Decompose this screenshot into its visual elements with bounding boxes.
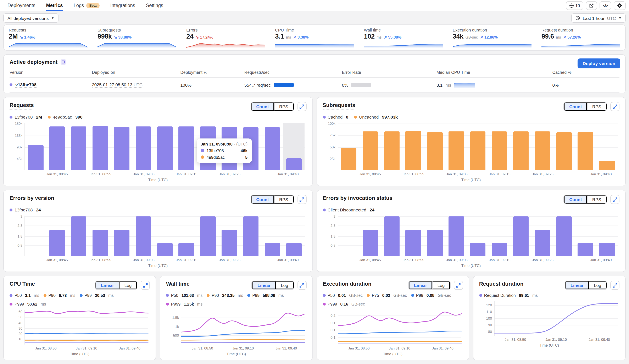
- bar[interactable]: [470, 243, 486, 256]
- wall-time-chart[interactable]: 1.5k1k500Jan 31, 08:50Jan 31, 09:10Jan 3…: [166, 310, 307, 345]
- legend-item[interactable]: P999 0.16 GB-sec: [322, 302, 365, 306]
- legend-item[interactable]: P50 3.1 ms: [9, 293, 39, 298]
- bar[interactable]: [49, 230, 65, 256]
- bar[interactable]: [222, 230, 237, 256]
- bar[interactable]: [362, 230, 378, 256]
- bar[interactable]: [286, 243, 302, 256]
- open-external-button[interactable]: [586, 1, 597, 10]
- tab-deployments[interactable]: Deployments: [7, 0, 35, 11]
- bar[interactable]: [556, 132, 572, 170]
- bar[interactable]: [28, 145, 44, 171]
- toggle-option-count[interactable]: Count: [251, 102, 274, 111]
- legend-item[interactable]: Request Duration 99.61 ms: [479, 293, 538, 298]
- bar[interactable]: [341, 148, 357, 170]
- expand-chart-button[interactable]: [297, 102, 307, 111]
- toggle-option-linear[interactable]: Linear: [95, 281, 119, 289]
- legend-item[interactable]: P999 1.25k ms: [166, 302, 203, 306]
- toggle-option-log[interactable]: Log: [119, 281, 137, 289]
- legend-item[interactable]: Cached 0: [322, 115, 348, 120]
- legend-item[interactable]: P50 0.01 GB-sec: [322, 293, 363, 298]
- legend-item[interactable]: 13fbe708 24: [9, 207, 41, 212]
- legend-item[interactable]: P90 6.73 ms: [43, 293, 75, 298]
- toggle-option-log[interactable]: Log: [276, 281, 294, 289]
- cpu-time-chart[interactable]: 605040302010Jan 31, 08:50Jan 31, 09:10Ja…: [9, 310, 150, 345]
- bar[interactable]: [71, 126, 87, 171]
- toggle-option-log[interactable]: Log: [432, 281, 450, 289]
- deploy-version-button[interactable]: Deploy version: [578, 58, 620, 68]
- toggle-option-rps[interactable]: RPS: [274, 195, 294, 204]
- bar[interactable]: [578, 243, 593, 256]
- bar[interactable]: [286, 159, 302, 171]
- bar[interactable]: [492, 243, 507, 256]
- bar[interactable]: [136, 216, 151, 256]
- version-cell[interactable]: v13fbe708: [9, 81, 92, 88]
- expand-chart-button[interactable]: [610, 102, 620, 111]
- errors-by-status-chart[interactable]: 32.31.50.8Jan 31, 08:45Jan 31, 08:55Jan …: [322, 216, 620, 256]
- bar[interactable]: [49, 126, 65, 171]
- legend-item[interactable]: 4e9db5ac 390: [48, 115, 83, 120]
- bar[interactable]: [93, 230, 108, 256]
- bar[interactable]: [427, 132, 443, 170]
- toggle-option-linear[interactable]: Linear: [565, 281, 589, 289]
- versions-dropdown[interactable]: All deployed versions ▼: [3, 13, 58, 23]
- legend-item[interactable]: P75 0.02 GB-sec: [367, 293, 407, 298]
- bar[interactable]: [384, 216, 400, 256]
- legend-item[interactable]: P99 588.08 ms: [247, 293, 284, 298]
- legend-item[interactable]: Client Disconnected 24: [322, 207, 374, 212]
- bar[interactable]: [265, 243, 280, 256]
- toggle-option-linear[interactable]: Linear: [252, 281, 276, 289]
- execution-duration-chart[interactable]: 0.20.10.10.1Jan 31, 08:50Jan 31, 09:10Ja…: [322, 310, 463, 345]
- legend-item[interactable]: P999 58.62 ms: [9, 302, 46, 306]
- expand-chart-button[interactable]: [297, 195, 307, 204]
- bar[interactable]: [71, 216, 87, 256]
- bar[interactable]: [492, 132, 507, 170]
- bar[interactable]: [179, 243, 194, 256]
- toggle-option-rps[interactable]: RPS: [587, 102, 607, 111]
- request-duration-chart[interactable]: 1201101009080Jan 31, 08:50Jan 31, 09:10J…: [479, 301, 620, 336]
- bar[interactable]: [449, 216, 464, 256]
- bar[interactable]: [599, 161, 615, 170]
- bar[interactable]: [384, 132, 400, 170]
- tab-integrations[interactable]: Integrations: [110, 0, 135, 11]
- code-button[interactable]: </>: [600, 1, 611, 10]
- bar[interactable]: [362, 132, 378, 170]
- legend-item[interactable]: P50 101.63 ms: [166, 293, 203, 298]
- bar[interactable]: [513, 132, 529, 170]
- toggle-option-count[interactable]: Count: [564, 102, 587, 111]
- toggle-option-linear[interactable]: Linear: [409, 281, 432, 289]
- bar[interactable]: [578, 132, 593, 170]
- requests-chart[interactable]: 180k135k90k45kJan 31, 08:45Jan 31, 08:55…: [9, 123, 307, 170]
- bar[interactable]: [427, 230, 443, 256]
- legend-item[interactable]: P99 20.53 ms: [79, 293, 114, 298]
- tab-metrics[interactable]: Metrics: [46, 0, 63, 11]
- bar[interactable]: [114, 230, 130, 256]
- bar[interactable]: [513, 216, 529, 256]
- bar[interactable]: [265, 127, 280, 170]
- toggle-option-rps[interactable]: RPS: [587, 195, 607, 204]
- bar[interactable]: [406, 131, 421, 170]
- bar[interactable]: [535, 132, 550, 170]
- globe-count-button[interactable]: 10: [566, 1, 583, 10]
- version-name[interactable]: v13fbe708: [15, 82, 36, 88]
- errors-by-version-chart[interactable]: 32.31.50.8Jan 31, 08:45Jan 31, 08:55Jan …: [9, 216, 307, 256]
- bar[interactable]: [243, 216, 259, 256]
- tab-logs[interactable]: LogsBeta: [74, 0, 100, 11]
- deployed-on-value[interactable]: 2025-01-27 08:50:13 UTC: [92, 82, 143, 88]
- legend-item[interactable]: 13fbe708 2M: [9, 115, 42, 120]
- expand-chart-button[interactable]: [610, 281, 620, 290]
- legend-item[interactable]: P90 243.35 ms: [207, 293, 243, 298]
- expand-chart-button[interactable]: [454, 281, 463, 290]
- bar[interactable]: [556, 216, 572, 256]
- expand-chart-button[interactable]: [297, 281, 307, 290]
- bar[interactable]: [599, 243, 615, 256]
- bar[interactable]: [406, 230, 421, 256]
- toggle-option-count[interactable]: Count: [251, 195, 274, 204]
- bar[interactable]: [470, 132, 486, 170]
- bar[interactable]: [449, 132, 464, 170]
- toggle-option-log[interactable]: Log: [589, 281, 607, 289]
- toggle-option-rps[interactable]: RPS: [274, 102, 294, 111]
- legend-item[interactable]: P99 0.08 GB-sec: [411, 293, 451, 298]
- bar[interactable]: [136, 127, 151, 170]
- bar[interactable]: [535, 230, 550, 256]
- bar[interactable]: [157, 126, 173, 171]
